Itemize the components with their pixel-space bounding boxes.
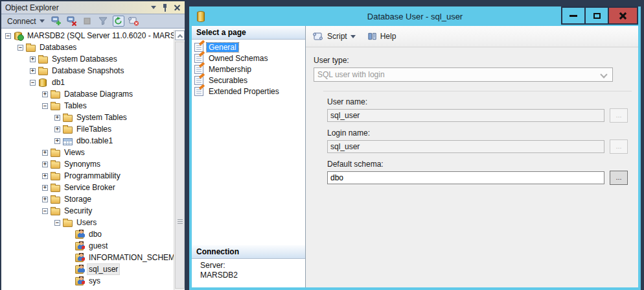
tree-item-sys[interactable]: sys: [1, 275, 174, 287]
collapse-icon[interactable]: −: [5, 33, 11, 39]
user-name-input[interactable]: [327, 109, 604, 122]
tree-item-label: db1: [51, 77, 66, 88]
tree-item-database-snapshots[interactable]: +Database Snapshots: [1, 65, 174, 77]
page-item-general[interactable]: General: [194, 42, 305, 53]
script-error-icon[interactable]: [128, 16, 140, 27]
user-type-combobox[interactable]: SQL user with login: [314, 67, 613, 82]
expand-icon[interactable]: +: [42, 162, 48, 167]
tree-item-label: Databases: [38, 42, 78, 53]
page-item-membership[interactable]: Membership: [194, 64, 305, 75]
scrollbar-thumb[interactable]: [175, 42, 185, 289]
tree-item-security[interactable]: −Security: [1, 205, 174, 217]
folder-icon: [63, 127, 73, 134]
object-explorer-toolbar: Connect: [1, 14, 185, 29]
tree-item-db1[interactable]: −db1: [1, 77, 174, 88]
tree-item-information-schem[interactable]: INFORMATION_SCHEM: [1, 252, 174, 263]
tree-item-label: sys: [87, 276, 102, 286]
expand-icon[interactable]: +: [30, 56, 36, 62]
close-button[interactable]: [608, 6, 638, 25]
screen: Object Explorer Connect: [0, 0, 644, 290]
page-item-securables[interactable]: Securables: [194, 75, 305, 86]
folder-icon: [38, 68, 48, 75]
collapse-icon[interactable]: −: [42, 103, 48, 109]
filter-icon[interactable]: [97, 16, 109, 27]
connect-label: Connect: [7, 17, 36, 26]
tree-item-system-databases[interactable]: +System Databases: [1, 53, 174, 65]
dialog-titlebar[interactable]: Database User - sql_user: [192, 6, 638, 26]
tree-item-sql-user[interactable]: sql_user: [1, 263, 174, 275]
user-denied-icon: [75, 253, 85, 262]
scroll-up-button[interactable]: [175, 30, 185, 40]
tree-scrollbar[interactable]: [174, 30, 185, 290]
maximize-icon: [593, 13, 601, 19]
collapse-icon[interactable]: −: [42, 208, 48, 214]
connect-icon[interactable]: [51, 16, 62, 27]
tree-item-label: Tables: [63, 101, 88, 111]
auto-hide-pin-icon[interactable]: [162, 4, 168, 12]
tree-item-tables[interactable]: −Tables: [1, 100, 174, 112]
expand-icon[interactable]: +: [42, 197, 48, 202]
tree-item-label: Security: [63, 206, 93, 216]
user-name-label: User name:: [327, 97, 638, 106]
tree-item-guest[interactable]: guest: [1, 240, 174, 252]
stop-icon[interactable]: [82, 16, 93, 27]
tree-item-dbo[interactable]: dbo: [1, 228, 174, 240]
script-button[interactable]: Script: [312, 32, 356, 41]
default-schema-input[interactable]: [327, 171, 604, 184]
folder-icon: [51, 208, 60, 215]
connect-button[interactable]: Connect: [5, 16, 47, 27]
login-name-browse-button[interactable]: ...: [610, 139, 628, 154]
scrollbar-grip-icon: [178, 219, 183, 220]
help-button[interactable]: Help: [367, 32, 397, 41]
user-name-browse-button[interactable]: ...: [610, 108, 628, 123]
tree-item-label: Database Snapshots: [51, 66, 125, 76]
expand-icon[interactable]: +: [42, 91, 48, 97]
window-position-icon[interactable]: [151, 6, 156, 9]
tree-item-label: dbo: [87, 229, 103, 239]
tree-item-views[interactable]: +Views: [1, 147, 174, 158]
tree-item-label: sql_user: [87, 264, 119, 274]
refresh-icon[interactable]: [113, 16, 124, 27]
expand-icon[interactable]: +: [54, 138, 60, 144]
tree-item-storage[interactable]: +Storage: [1, 193, 174, 205]
collapse-icon[interactable]: −: [30, 80, 36, 86]
collapse-icon[interactable]: −: [54, 220, 60, 226]
tree-item-system-tables[interactable]: +System Tables: [1, 112, 174, 123]
login-name-input[interactable]: [327, 140, 604, 153]
minimize-button[interactable]: [561, 6, 586, 25]
folder-icon: [51, 91, 60, 99]
page-item-extended-properties[interactable]: Extended Properties: [194, 86, 305, 97]
maximize-button[interactable]: [584, 6, 609, 25]
tree-item-marsdb2-sql-server-11-0-6020-marsd[interactable]: −MARSDB2 (SQL Server 11.0.6020 - MARSD: [1, 30, 174, 42]
chevron-down-icon[interactable]: [351, 35, 356, 38]
tree-item-synonyms[interactable]: +Synonyms: [1, 158, 174, 170]
tree-item-service-broker[interactable]: +Service Broker: [1, 182, 174, 193]
user-type-value: SQL user with login: [317, 70, 385, 79]
expand-icon[interactable]: +: [42, 185, 48, 191]
pages-header: Select a page: [192, 26, 305, 40]
user-icon: [75, 265, 85, 274]
tree-item-label: INFORMATION_SCHEM: [87, 252, 174, 263]
page-item-label: Securables: [207, 76, 249, 85]
expand-icon[interactable]: +: [30, 68, 36, 74]
tree-item-label: Storage: [63, 194, 93, 204]
page-item-owned-schemas[interactable]: Owned Schemas: [194, 53, 305, 64]
expand-icon[interactable]: +: [42, 173, 48, 179]
expand-icon[interactable]: +: [54, 115, 60, 121]
default-schema-browse-button[interactable]: ...: [610, 171, 628, 185]
tree-item-programmability[interactable]: +Programmability: [1, 170, 174, 182]
tree-item-database-diagrams[interactable]: +Database Diagrams: [1, 88, 174, 100]
tree-item-filetables[interactable]: +FileTables: [1, 123, 174, 135]
disconnect-icon[interactable]: [66, 16, 78, 27]
folder-icon: [51, 185, 60, 192]
expand-icon[interactable]: +: [54, 127, 60, 132]
tree-item-dbo-table1[interactable]: +dbo.table1: [1, 135, 174, 147]
close-icon[interactable]: [174, 4, 181, 11]
object-explorer-tree: −MARSDB2 (SQL Server 11.0.6020 - MARSD−D…: [1, 29, 185, 290]
tree-item-databases[interactable]: −Databases: [1, 42, 174, 53]
collapse-icon[interactable]: −: [17, 45, 23, 51]
page-item-label: General: [207, 43, 238, 52]
tree-item-users[interactable]: −Users: [1, 217, 174, 228]
expand-icon[interactable]: +: [42, 150, 48, 156]
help-label: Help: [380, 32, 397, 41]
